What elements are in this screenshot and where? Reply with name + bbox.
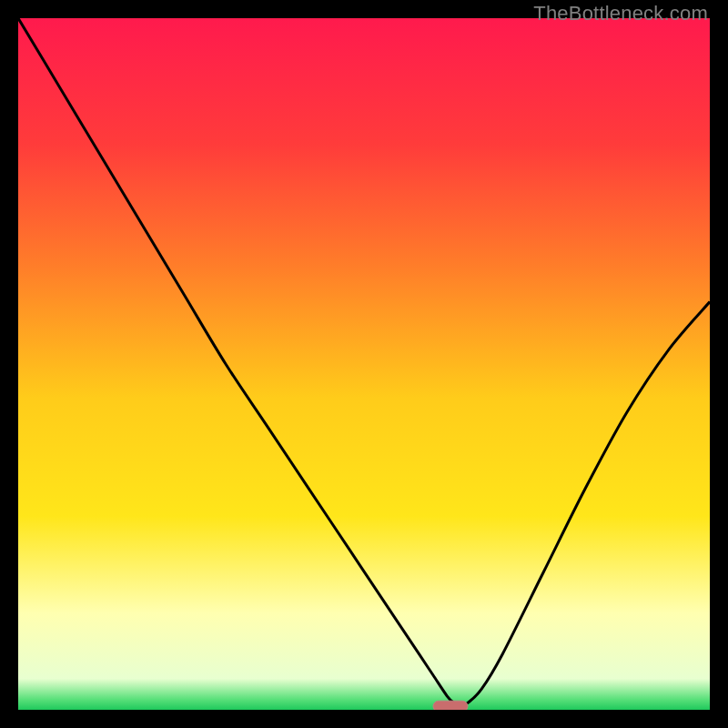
watermark-text: TheBottleneck.com bbox=[533, 2, 708, 25]
optimal-range-marker bbox=[433, 701, 468, 710]
bottleneck-chart bbox=[18, 18, 710, 710]
chart-frame: TheBottleneck.com bbox=[0, 0, 728, 728]
gradient-background bbox=[18, 18, 710, 710]
